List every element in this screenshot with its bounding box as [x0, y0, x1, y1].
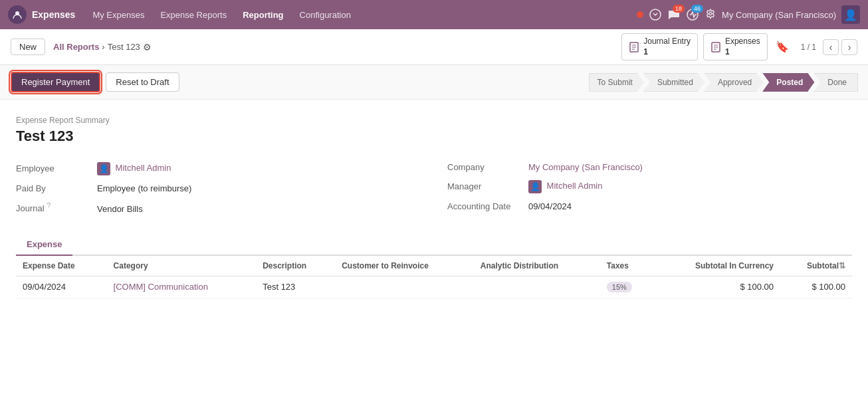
- column-settings-icon[interactable]: ⇅: [839, 261, 845, 270]
- col-expense-date: Expense Date: [16, 256, 107, 276]
- col-subtotal: Subtotal ⇅: [780, 256, 852, 276]
- employee-label: Employee: [16, 163, 89, 173]
- status-submitted: Submitted: [643, 73, 705, 92]
- status-done: Done: [814, 73, 858, 92]
- expense-tabs: Expense: [16, 234, 852, 256]
- field-journal: Journal ? Vendor Bills: [16, 197, 421, 217]
- form-subtitle: Expense Report Summary: [16, 116, 852, 125]
- col-customer: Customer to Reinvoice: [335, 256, 474, 276]
- app-icon: [8, 5, 27, 24]
- accounting-date-value: 09/04/2024: [528, 201, 572, 211]
- cell-date: 09/04/2024: [16, 276, 107, 298]
- activity-badge: 46: [691, 5, 703, 13]
- chat-badge: 18: [673, 5, 685, 13]
- new-button[interactable]: New: [11, 39, 45, 55]
- main-content: Expense Report Summary Test 123 Employee…: [0, 100, 868, 298]
- expenses-count: 1: [725, 47, 760, 58]
- form-fields-left: Employee 👤 Mitchell Admin Paid By Employ…: [16, 158, 421, 217]
- expense-table: Expense Date Category Description Custom…: [16, 256, 852, 298]
- nav-reporting[interactable]: Reporting: [236, 6, 290, 24]
- paid-by-value: Employee (to reimburse): [97, 183, 191, 193]
- form-fields-right: Company My Company (San Francisco) Manag…: [447, 158, 852, 217]
- journal-entry-label: Journal Entry: [643, 37, 691, 47]
- col-analytic: Analytic Distribution: [474, 256, 600, 276]
- nav-expense-reports[interactable]: Expense Reports: [154, 6, 233, 24]
- app-brand: Expenses: [8, 5, 75, 24]
- employee-avatar: 👤: [97, 162, 110, 175]
- field-employee: Employee 👤 Mitchell Admin: [16, 158, 421, 179]
- bookmark-icon[interactable]: 🔖: [776, 41, 789, 53]
- manager-avatar: 👤: [528, 180, 542, 193]
- employee-value[interactable]: 👤 Mitchell Admin: [97, 162, 171, 175]
- main-nav: My Expenses Expense Reports Reporting Co…: [86, 6, 626, 24]
- col-taxes: Taxes: [600, 256, 653, 276]
- tax-badge: 15%: [607, 282, 632, 292]
- field-manager: Manager 👤 Mitchell Admin: [447, 176, 852, 197]
- journal-label: Journal ?: [16, 201, 89, 213]
- cell-customer: [335, 276, 474, 298]
- table-row[interactable]: 09/04/2024 [COMM] Communication Test 123…: [16, 276, 852, 298]
- journal-entry-count: 1: [643, 47, 691, 58]
- cell-description: Test 123: [256, 276, 335, 298]
- activity-icon[interactable]: 46: [686, 8, 699, 21]
- company-value[interactable]: My Company (San Francisco): [528, 162, 643, 172]
- status-pipeline: To Submit Submitted Approved Posted Done: [589, 73, 857, 92]
- company-label: Company: [447, 162, 520, 172]
- cell-subtotal: $ 100.00: [780, 276, 852, 298]
- journal-value: Vendor Bills: [97, 204, 143, 214]
- document-buttons: Journal Entry 1 Expenses 1: [621, 33, 767, 60]
- status-approved: Approved: [704, 73, 763, 92]
- toolbar: New All Reports › Test 123 ⚙ Journal Ent…: [0, 29, 868, 65]
- status-to-submit: To Submit: [589, 73, 644, 92]
- company-name: My Company (San Francisco): [722, 10, 836, 20]
- page-info: 1 / 1: [797, 43, 820, 52]
- col-subtotal-currency: Subtotal In Currency: [653, 256, 780, 276]
- col-category: Category: [107, 256, 257, 276]
- status-posted: Posted: [762, 73, 814, 92]
- journal-tooltip-icon[interactable]: ?: [47, 201, 51, 209]
- paid-by-label: Paid By: [16, 183, 89, 193]
- manager-value[interactable]: 👤 Mitchell Admin: [528, 180, 602, 193]
- register-payment-button[interactable]: Register Payment: [11, 72, 100, 92]
- field-company: Company My Company (San Francisco): [447, 158, 852, 176]
- app-name: Expenses: [32, 9, 75, 20]
- navbar-right: 18 46 My Company (San Francisco) 👤: [637, 5, 860, 24]
- col-description: Description: [256, 256, 335, 276]
- cell-taxes: 15%: [600, 276, 653, 298]
- svg-point-3: [709, 13, 712, 15]
- journal-entry-button[interactable]: Journal Entry 1: [621, 33, 698, 60]
- breadcrumb-separator: ›: [102, 42, 104, 52]
- pagination: 1 / 1 ‹ ›: [797, 39, 857, 55]
- field-paid-by: Paid By Employee (to reimburse): [16, 179, 421, 197]
- breadcrumb-current: Test 123: [108, 42, 140, 52]
- expenses-label: Expenses: [725, 37, 760, 47]
- field-accounting-date: Accounting Date 09/04/2024: [447, 197, 852, 215]
- navbar: Expenses My Expenses Expense Reports Rep…: [0, 0, 868, 29]
- cell-analytic: [474, 276, 600, 298]
- settings-gear-icon[interactable]: ⚙: [143, 42, 152, 52]
- form-title: Test 123: [16, 128, 852, 145]
- accounting-date-label: Accounting Date: [447, 201, 520, 211]
- cell-category: [COMM] Communication: [107, 276, 257, 298]
- next-page-button[interactable]: ›: [841, 39, 857, 55]
- nav-my-expenses[interactable]: My Expenses: [86, 6, 151, 24]
- cell-subtotal-currency: $ 100.00: [653, 276, 780, 298]
- reset-draft-button[interactable]: Reset to Draft: [106, 72, 179, 92]
- form-fields: Employee 👤 Mitchell Admin Paid By Employ…: [16, 158, 852, 217]
- tab-expense[interactable]: Expense: [16, 234, 72, 256]
- breadcrumb: All Reports › Test 123 ⚙: [53, 42, 152, 52]
- status-dot: [637, 11, 643, 18]
- user-avatar[interactable]: 👤: [841, 5, 860, 24]
- action-bar: Register Payment Reset to Draft To Submi…: [0, 65, 868, 100]
- prev-page-button[interactable]: ‹: [823, 39, 839, 55]
- updates-icon[interactable]: [649, 8, 662, 21]
- chat-icon[interactable]: 18: [667, 8, 681, 21]
- expenses-button[interactable]: Expenses 1: [703, 33, 768, 60]
- manager-label: Manager: [447, 181, 520, 191]
- nav-configuration[interactable]: Configuration: [293, 6, 358, 24]
- settings-icon[interactable]: [705, 9, 716, 21]
- breadcrumb-parent[interactable]: All Reports: [53, 42, 99, 52]
